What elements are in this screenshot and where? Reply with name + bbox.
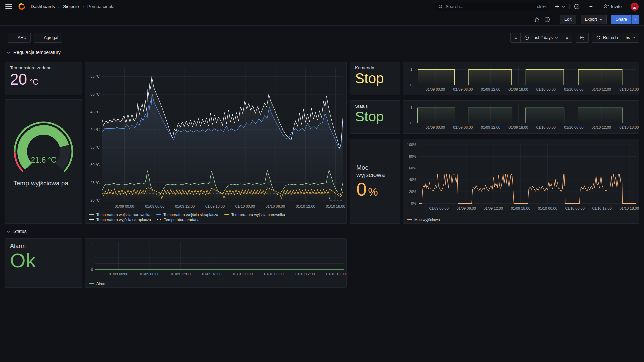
help-button[interactable]: ?	[574, 4, 580, 9]
star-icon	[534, 17, 540, 22]
link-agregat-button[interactable]: Agregat	[34, 33, 62, 43]
row-header-status[interactable]: Status	[7, 229, 27, 234]
svg-text:01/09 18:00: 01/09 18:00	[205, 204, 225, 208]
svg-text:40 °C: 40 °C	[90, 127, 100, 132]
status-digital-chart[interactable]: 01/09 00:0001/09 06:0001/09 12:0001/09 1…	[403, 101, 639, 133]
svg-text:20%: 20%	[409, 190, 416, 194]
legend-item[interactable]: Temperatura wyjścia parownika	[224, 213, 285, 217]
svg-text:01/09 06:00: 01/09 06:00	[453, 125, 473, 130]
svg-text:01/09 00:00: 01/09 00:00	[109, 272, 128, 276]
chevron-down-icon	[555, 37, 558, 39]
share-dropdown-button[interactable]	[631, 15, 639, 24]
legend-item[interactable]: Temperatura wejścia skraplacza	[156, 213, 218, 217]
panel-temperature-chart: 01/09 00:0001/09 06:0001/09 12:0001/09 1…	[85, 62, 347, 224]
time-range-label: Last 2 days	[531, 35, 553, 40]
refresh-interval-picker[interactable]: 5s	[622, 33, 639, 43]
chevron-down-icon	[7, 51, 10, 54]
svg-text:0: 0	[410, 83, 412, 87]
help-icon: ?	[574, 4, 580, 9]
panel-moc-wyjsciowa: Moc wyjściowa 0 %	[350, 139, 400, 224]
breadcrumb-separator: ›	[58, 4, 60, 9]
chevron-down-icon	[7, 230, 10, 233]
svg-text:01/09 18:00: 01/09 18:00	[508, 87, 528, 91]
panel-status-digital-chart: 01/09 00:0001/09 06:0001/09 12:0001/09 1…	[403, 100, 639, 134]
breadcrumb-current: Pompa ciepła	[87, 4, 115, 9]
legend-item[interactable]: Alarm	[89, 281, 106, 286]
panel-title: Status	[355, 104, 395, 109]
breadcrumb-folder[interactable]: Siejesie	[63, 4, 79, 9]
temperature-chart[interactable]: 01/09 00:0001/09 06:0001/09 12:0001/09 1…	[85, 62, 346, 223]
grafana-logo-icon[interactable]	[18, 3, 26, 10]
legend-label: Temperatura wejścia skraplacza	[163, 213, 218, 217]
search-input[interactable]: Search... ctrl+k	[435, 2, 550, 11]
alarm-chart[interactable]: 01/09 00:0001/09 06:0001/09 12:0001/09 1…	[85, 239, 346, 287]
time-shift-forward-button[interactable]: »	[562, 33, 572, 43]
dashboard-grid-icon	[38, 36, 41, 39]
chevron-down-icon	[562, 6, 565, 8]
legend-label: Temperatura wyjścia parownika	[231, 213, 285, 217]
svg-text:1: 1	[410, 67, 412, 71]
svg-text:01/09 12:00: 01/09 12:00	[481, 87, 500, 91]
favorite-button[interactable]	[534, 17, 540, 22]
svg-text:01/10 06:00: 01/10 06:00	[564, 125, 583, 130]
svg-text:60%: 60%	[409, 166, 416, 170]
zoom-out-icon	[580, 35, 585, 40]
info-icon	[544, 17, 550, 22]
invite-button[interactable]: Invite	[603, 4, 622, 9]
ai-assistant-button[interactable]	[589, 4, 594, 9]
svg-text:01/09 06:00: 01/09 06:00	[453, 87, 473, 91]
divider	[599, 4, 599, 9]
komenda-digital-chart[interactable]: 01/09 00:0001/09 06:0001/09 12:0001/09 1…	[403, 62, 639, 95]
svg-text:01/10 12:00: 01/10 12:00	[295, 272, 315, 276]
refresh-button[interactable]: Refresh	[592, 33, 622, 43]
svg-text:0: 0	[410, 121, 412, 125]
gauge[interactable]: 21.6 °C	[9, 119, 78, 175]
export-button[interactable]: Export	[581, 15, 607, 24]
moc-chart[interactable]: 01/09 00:0001/09 06:0001/09 12:0001/09 1…	[403, 139, 639, 223]
stat-value: 0	[356, 180, 367, 199]
svg-text:30 °C: 30 °C	[90, 163, 100, 167]
add-button[interactable]	[555, 4, 565, 9]
invite-label: Invite	[611, 4, 622, 9]
svg-text:01/10 18:00: 01/10 18:00	[326, 204, 345, 208]
svg-text:01/10 18:00: 01/10 18:00	[620, 206, 639, 210]
legend-label: Temperatura wyjścia skraplacza	[96, 218, 151, 222]
refresh-icon	[596, 35, 601, 40]
row-title: Status	[13, 229, 27, 234]
legend-item[interactable]: Temperatura zadana	[157, 218, 199, 222]
legend-label: Temperatura wejścia parownika	[96, 213, 150, 217]
breadcrumb-dashboards[interactable]: Dashboards	[31, 4, 55, 9]
legend-swatch	[89, 283, 94, 284]
stat-value: 20	[10, 71, 27, 87]
time-shift-back-button[interactable]: «	[510, 33, 521, 43]
dashboard-controls: AHU Agregat « Last 2 days »	[0, 26, 644, 45]
panel-alarm: Alarm Ok	[5, 238, 82, 288]
svg-text:100%: 100%	[407, 143, 416, 147]
menu-toggle-icon[interactable]	[5, 4, 12, 9]
svg-text:25 °C: 25 °C	[90, 180, 100, 185]
svg-text:01/09 06:00: 01/09 06:00	[457, 206, 476, 210]
zoom-out-time-button[interactable]	[576, 33, 589, 43]
stat-unit: %	[368, 186, 378, 197]
panel-komenda: Komenda Stop	[350, 62, 400, 95]
legend-label: Alarm	[96, 281, 106, 286]
row-header-regulacja[interactable]: Regulacja temperatury	[7, 50, 61, 55]
svg-text:01/10 18:00: 01/10 18:00	[619, 125, 639, 130]
svg-text:01/10 00:00: 01/10 00:00	[536, 125, 556, 130]
dashboard-info-button[interactable]	[544, 17, 550, 22]
divider	[555, 17, 555, 22]
legend-item[interactable]: Temperatura wyjścia skraplacza	[89, 218, 151, 222]
legend-item[interactable]: Moc wyjściowa	[407, 218, 440, 222]
panel-alarm-chart: 01/09 00:0001/09 06:0001/09 12:0001/09 1…	[85, 238, 347, 288]
edit-button[interactable]: Edit	[560, 15, 576, 24]
panel-title: Temperatura zadana	[10, 65, 77, 70]
link-ahu-button[interactable]: AHU	[8, 33, 31, 43]
chevron-down-icon	[632, 37, 635, 39]
panel-title: Alarm	[10, 243, 77, 250]
legend-item[interactable]: Temperatura wejścia parownika	[89, 213, 150, 217]
time-range-picker[interactable]: Last 2 days	[520, 33, 562, 43]
svg-text:80%: 80%	[409, 154, 416, 158]
share-button[interactable]: Share	[611, 15, 631, 24]
link-ahu-label: AHU	[18, 35, 26, 40]
user-avatar[interactable]	[631, 3, 639, 11]
